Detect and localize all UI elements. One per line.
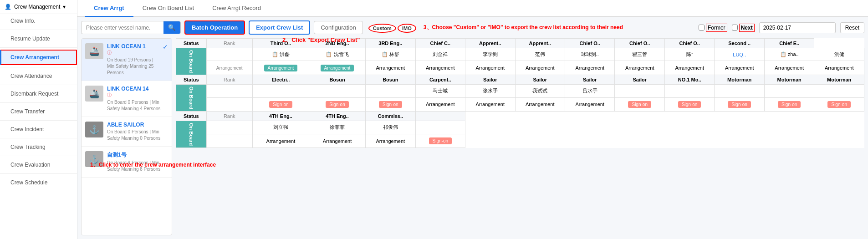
date-input[interactable] [759, 22, 836, 33]
th-apprent1: Apprent.. [465, 39, 515, 48]
vessel-img-0: 🚢 [85, 43, 103, 59]
td-r2-ma: 马士城 [415, 85, 465, 97]
sidebar-item-crew-transfer[interactable]: Crew Transfer [0, 105, 77, 118]
td-r2-zhang: 张水手 [465, 85, 515, 97]
header-row-1: Status Rank Third O.. 2ND Eng.. 3RD Eng.… [176, 39, 864, 48]
td-arr-r2-lv: Arrangement [565, 97, 614, 112]
td-crew-liu: 刘金祥 [415, 48, 465, 61]
th-chief-o3: Chief O.. [664, 39, 714, 48]
sidebar-item-crew-tracking[interactable]: Crew Tracking [0, 140, 77, 154]
td-crew-chen: 陈* [664, 48, 714, 61]
td-r2-1 [252, 85, 309, 97]
td-r3-empty [415, 121, 465, 134]
td-signin-r2-no1: Sign-on [664, 97, 714, 112]
th-chief-o2: Chief O.. [615, 39, 664, 48]
crew-management-header[interactable]: 👤 Crew Management ▾ [0, 0, 77, 14]
td-r3-qi: 祁俊伟 [366, 121, 415, 134]
vessel-detail-0: On Board 19 Persons | Min Safety Manning… [107, 57, 159, 76]
th-no1-mo: NO.1 Mo.. [664, 75, 714, 85]
td-empty-2 [206, 85, 252, 97]
batch-operation-button[interactable]: Batch Operation [184, 20, 245, 35]
crew-table: Status Rank Third O.. 2ND Eng.. 3RD Eng.… [176, 38, 864, 148]
table-row-1a: On Board 📋 洪磊 📋 沈雪飞 📋 林舒 刘金祥 李学则 范伟 球球测.… [176, 48, 864, 61]
vessel-check-0: ✓ [163, 43, 168, 51]
td-signin-r2-m1: Sign-on [715, 97, 764, 112]
vessel-info-1: LINK OCEAN 14 ⓘ On Board 0 Persons | Min… [107, 86, 168, 112]
custom-option[interactable]: Custom [368, 24, 396, 33]
td-signin-r2-s4: Sign-on [615, 97, 664, 112]
td-crew-lin: 📋 林舒 [366, 48, 415, 61]
former-checkbox[interactable] [699, 25, 705, 31]
th-r3-empty [415, 112, 465, 121]
th-sailor3: Sailor [565, 75, 614, 85]
td-arr-7: Arrangement [565, 61, 614, 75]
sidebar-item-crew-schedule[interactable]: Crew Schedule [0, 176, 77, 189]
sidebar-item-crew-incident[interactable]: Crew Incident [0, 122, 77, 136]
td-arr-r2-label [206, 97, 252, 112]
sidebar-title: Crew Management [14, 4, 60, 10]
td-signin-r3: Sign-on [415, 134, 465, 148]
td-arr-1: Arrangement [252, 61, 309, 75]
former-checkbox-label[interactable]: Former [699, 24, 727, 32]
vessel-detail-1: On Board 0 Persons | Min Safety Manning … [107, 99, 168, 112]
td-arr-10: Arrangement [715, 61, 764, 75]
search-input[interactable] [82, 22, 163, 33]
td-r2-s4 [615, 85, 664, 97]
td-arr-r2-ma: Arrangement [415, 97, 465, 112]
next-checkbox-label[interactable]: Next [732, 24, 755, 32]
vessel-item-2[interactable]: ⚓ ABLE SAILOR On Board 0 Persons | Min S… [82, 117, 172, 147]
chevron-down-icon: ▾ [63, 4, 66, 10]
td-crew-hong-jian: 洪健 [814, 48, 864, 61]
tab-crew-on-board-list[interactable]: Crew On Board List [133, 0, 203, 17]
divider-4 [0, 85, 77, 85]
sidebar-item-crew-evaluation[interactable]: Crew Evaluation [0, 158, 77, 172]
td-arr-2: Arrangement [309, 61, 365, 75]
td-arr-label: Arrangement [206, 61, 252, 75]
search-button[interactable]: 🔍 [163, 21, 180, 34]
next-checkbox[interactable] [732, 25, 738, 31]
divider-9 [0, 173, 77, 174]
sidebar-item-crew-arrangement[interactable]: Crew Arrangement [0, 50, 77, 65]
user-icon: 👤 [5, 4, 11, 10]
vessel-detail-2: On Board 0 Persons | Min Safety Manning … [107, 129, 168, 142]
sidebar-item-resume-update[interactable]: Resume Update [0, 32, 77, 46]
table-row-3a: On Board 刘立强 徐菲菲 祁俊伟 [176, 121, 864, 134]
sidebar-item-disembark-request[interactable]: Disembark Request [0, 87, 77, 101]
th-4th-eng2: 4TH Eng.. [309, 112, 365, 121]
th-third-o: Third O.. [252, 39, 309, 48]
td-arr-r3-xu: Arrangement [309, 134, 365, 148]
td-crew-shen: 📋 沈雪飞 [309, 48, 365, 61]
vessel-info-2: ABLE SAILOR On Board 0 Persons | Min Saf… [107, 122, 168, 142]
th-4th-eng1: 4TH Eng.. [252, 112, 309, 121]
vessel-item-0[interactable]: 🚢 LINK OCEAN 1 ⓘ On Board 19 Persons | M… [82, 39, 172, 81]
table-row-2a: On Board 马士城 张水手 我试试 吕水手 [176, 85, 864, 97]
td-arr-4: Arrangement [415, 61, 465, 75]
td-crew-li: 李学则 [465, 48, 515, 61]
vessel-item-1[interactable]: 🚢 LINK OCEAN 14 ⓘ On Board 0 Persons | M… [82, 81, 172, 117]
td-signin-r2-1: Sign-on [252, 97, 309, 112]
td-r2-3 [366, 85, 415, 97]
tab-crew-arrgt-record[interactable]: Crew Arrgt Record [203, 0, 270, 17]
td-arr-5: Arrangement [465, 61, 515, 75]
td-r2-lv: 吕水手 [565, 85, 614, 97]
header-row-2: Status Rank Electri.. Bosun Bosun Carpen… [176, 75, 864, 85]
reset-button[interactable]: Reset [840, 22, 864, 33]
table-row-1b: Arrangement Arrangement Arrangement Arra… [176, 61, 864, 75]
body-row: 1、Click to enter the crew arrangement in… [81, 38, 864, 235]
sidebar-item-crew-attendance[interactable]: Crew Attendance [0, 69, 77, 83]
vessel-name-2: ABLE SAILOR [107, 122, 168, 128]
export-crew-list-button[interactable]: Export Crew List [249, 20, 310, 35]
divider-5 [0, 102, 77, 103]
th-bosun1: Bosun [309, 75, 365, 85]
vessel-name-3: 自测1号 [107, 151, 168, 159]
configuration-button[interactable]: Configuration [314, 21, 363, 34]
th-rank-1: Rank [206, 39, 252, 48]
sidebar: 👤 Crew Management ▾ Crew Info. Resume Up… [0, 0, 77, 239]
tab-crew-arrgt[interactable]: Crew Arrgt [85, 0, 133, 17]
td-r2-wo: 我试试 [515, 85, 565, 97]
annotation-3: 3、Choose "Custom" or "IMO" to export the… [424, 24, 623, 31]
th-motorman3: Motorman [814, 75, 864, 85]
imo-option[interactable]: IMO [398, 24, 416, 33]
td-arr-9: Arrangement [664, 61, 714, 75]
sidebar-item-crew-info[interactable]: Crew Info. [0, 14, 77, 28]
